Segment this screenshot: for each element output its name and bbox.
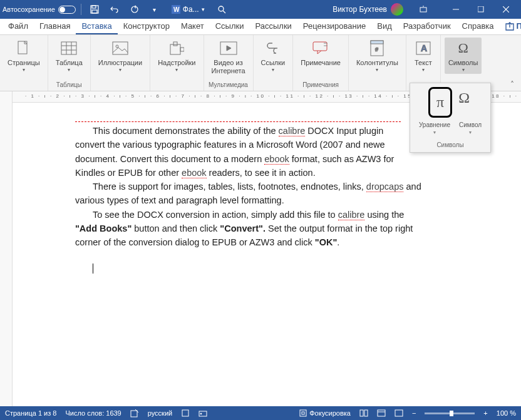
headerfooter-icon: #	[368, 39, 386, 58]
group-headerfooter: # Колонтитулы ▾	[349, 35, 406, 91]
status-wordcount[interactable]: Число слов: 1639	[65, 409, 121, 417]
status-bar: Страница 1 из 8 Число слов: 1639 русский…	[0, 406, 521, 420]
group-tables: Таблица ▾ Таблицы	[48, 35, 91, 91]
svg-rect-9	[478, 6, 483, 12]
group-comments: Примечание Примечания	[293, 35, 349, 91]
dropdown-group-label: Символы	[414, 141, 487, 148]
word-doc-icon: W	[172, 5, 180, 14]
maximize-button[interactable]	[468, 0, 493, 19]
svg-rect-21	[173, 42, 177, 46]
share-icon	[505, 22, 514, 31]
illustrations-button[interactable]: Иллюстрации ▾	[95, 38, 146, 74]
tab-home[interactable]: Главная	[34, 19, 76, 34]
focus-mode-button[interactable]: Фокусировка	[299, 409, 351, 417]
svg-point-19	[116, 45, 118, 48]
tab-design[interactable]: Конструктор	[118, 19, 175, 34]
document-title[interactable]: W Фа... ▾	[172, 5, 205, 14]
title-bar: Автосохранение ▾ W Фа... ▾ Виктор Бухтее…	[0, 0, 521, 19]
autosave-toggle[interactable]: Автосохранение	[3, 6, 76, 14]
zoom-level[interactable]: 100 %	[497, 409, 516, 417]
pages-button[interactable]: Страницы ▾	[4, 38, 44, 74]
tab-review[interactable]: Рецензирование	[297, 19, 371, 34]
table-button[interactable]: Таблица ▾	[52, 38, 86, 74]
avatar	[391, 3, 403, 16]
page-icon	[14, 39, 33, 58]
user-account[interactable]: Виктор Бухтеев	[333, 3, 403, 16]
headerfooter-button[interactable]: # Колонтитулы ▾	[353, 38, 402, 74]
link-icon	[264, 39, 282, 58]
links-button[interactable]: Ссылки ▾	[257, 38, 289, 74]
symbols-button[interactable]: Ω Символы ▾	[445, 38, 482, 74]
tab-file[interactable]: Файл	[3, 19, 34, 34]
svg-rect-40	[378, 410, 385, 416]
pi-icon: π	[436, 94, 444, 111]
group-illustrations: Иллюстрации ▾	[91, 35, 150, 91]
status-spellcheck-icon[interactable]	[130, 409, 139, 417]
view-read-icon[interactable]	[377, 409, 386, 417]
equation-label-btn[interactable]: Уравнение ▾	[416, 119, 453, 138]
tab-view[interactable]: Вид	[371, 19, 398, 34]
svg-rect-33	[182, 410, 188, 416]
symbol-button[interactable]: Ω	[456, 87, 472, 118]
status-macro-icon[interactable]	[199, 409, 207, 417]
status-accessibility-icon[interactable]	[181, 409, 190, 417]
online-video-button[interactable]: Видео из Интернета	[208, 38, 249, 76]
text-cursor	[93, 264, 93, 274]
close-button[interactable]	[493, 0, 518, 19]
search-icon[interactable]	[214, 1, 230, 18]
svg-rect-22	[180, 48, 184, 51]
redo-icon[interactable]	[126, 1, 143, 18]
textbox-icon: A	[414, 39, 433, 58]
text-button[interactable]: A Текст ▾	[410, 38, 436, 74]
svg-rect-32	[131, 411, 137, 417]
svg-rect-36	[300, 410, 306, 416]
svg-rect-37	[302, 412, 304, 414]
comment-button[interactable]: Примечание	[297, 38, 344, 68]
symbol-label-btn[interactable]: Символ ▾	[457, 119, 484, 138]
view-print-icon[interactable]	[359, 409, 368, 417]
tab-developer[interactable]: Разработчик	[398, 19, 457, 34]
ruler-vertical[interactable]	[0, 103, 13, 406]
collapse-ribbon-icon[interactable]: ˄	[506, 79, 518, 90]
tab-help[interactable]: Справка	[457, 19, 500, 34]
picture-icon	[111, 39, 130, 58]
tab-mailings[interactable]: Рассылки	[249, 19, 297, 34]
zoom-out-button[interactable]: −	[412, 409, 416, 417]
autosave-label: Автосохранение	[3, 6, 55, 13]
svg-point-6	[219, 6, 224, 11]
symbols-dropdown: π Ω Уравнение ▾ Символ ▾ Символы	[410, 83, 491, 153]
svg-text:A: A	[421, 43, 427, 53]
svg-rect-2	[92, 10, 97, 13]
toggle-switch[interactable]	[58, 6, 76, 14]
addins-button[interactable]: Надстройки ▾	[154, 38, 199, 74]
group-addins: Надстройки ▾	[150, 35, 204, 91]
zoom-in-button[interactable]: +	[483, 409, 487, 417]
ribbon-display-icon[interactable]	[411, 0, 436, 19]
status-page[interactable]: Страница 1 из 8	[5, 409, 56, 417]
group-media: Видео из Интернета Мультимедиа	[204, 35, 254, 91]
svg-rect-42	[395, 410, 403, 416]
focus-icon	[299, 409, 307, 417]
svg-rect-13	[61, 42, 76, 54]
minimize-button[interactable]	[443, 0, 468, 19]
status-language[interactable]: русский	[148, 409, 172, 417]
save-icon[interactable]	[86, 1, 103, 18]
svg-text:#: #	[375, 46, 378, 53]
svg-rect-1	[92, 6, 96, 8]
svg-text:W: W	[173, 6, 180, 13]
undo-icon[interactable]	[106, 1, 123, 18]
svg-rect-38	[360, 410, 363, 416]
equation-button[interactable]: π	[428, 87, 452, 118]
svg-rect-18	[113, 42, 128, 54]
comment-icon	[311, 39, 330, 58]
view-web-icon[interactable]	[395, 409, 403, 417]
share-button[interactable]: Поделиться	[500, 19, 521, 34]
zoom-slider[interactable]	[425, 412, 475, 414]
ribbon-tabs: Файл Главная Вставка Конструктор Макет С…	[0, 19, 521, 35]
omega-icon: Ω	[454, 39, 473, 58]
tab-layout[interactable]: Макет	[175, 19, 210, 34]
tab-references[interactable]: Ссылки	[210, 19, 250, 34]
svg-rect-28	[371, 41, 383, 44]
qat-customize-icon[interactable]: ▾	[147, 1, 163, 18]
tab-insert[interactable]: Вставка	[76, 19, 117, 34]
